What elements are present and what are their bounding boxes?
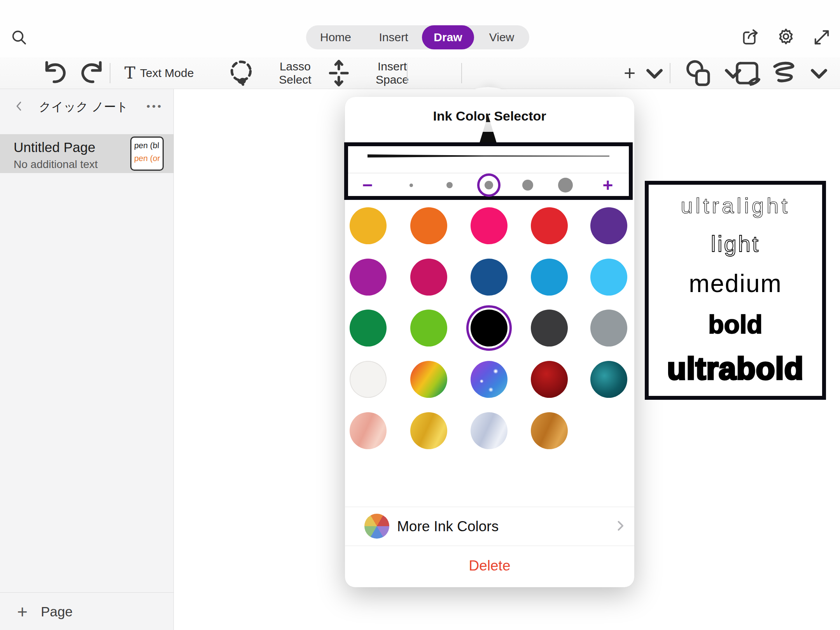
lasso-select-label: Lasso Select [276,60,315,86]
sidebar-divider [0,592,174,593]
popup-divider [345,546,634,546]
text-mode-label: Text Mode [140,66,194,80]
draw-toolbar: T Text Mode Lasso Select Insert Space [0,57,840,89]
ink-swatch-white[interactable] [350,361,387,398]
decrease-thickness-button[interactable]: − [357,175,378,195]
ink-swatch-dark-gray[interactable] [531,310,568,346]
more-ink-colors-label: More Ink Colors [397,518,499,535]
more-options-button[interactable]: ••• [142,98,167,114]
share-icon [740,27,761,47]
delete-button[interactable]: Delete [345,555,634,577]
page-thumbnail: pen (bl pen (or [130,136,164,171]
chevron-left-icon [13,98,25,115]
sample-line-bold: bold [708,312,762,337]
ink-swatch-raspberry[interactable] [410,259,447,296]
expand-icon [812,27,832,47]
page-list-item-selected[interactable]: Untitled Page No additional text pen (bl… [0,134,174,173]
page-list-sidebar: クイック ノート ••• Untitled Page No additional… [0,89,174,630]
undo-button[interactable] [40,57,72,89]
ink-swatch-gold[interactable] [350,207,387,244]
ink-swatch-orange[interactable] [410,207,447,244]
sample-line-ultralight: ultralight [681,195,790,217]
sample-line-medium: medium [689,271,782,296]
lasso-select-button[interactable]: Lasso Select [211,57,315,89]
ink-swatch-rainbow-glitter[interactable] [410,361,447,398]
fullscreen-button[interactable] [812,27,832,47]
ink-swatch-red[interactable] [531,207,568,244]
settings-button[interactable] [776,27,796,47]
shapes-icon [683,57,715,89]
thickness-dot-2[interactable] [446,182,453,188]
thickness-selector-panel: − + [344,142,633,200]
lasso-icon [211,57,271,89]
ink-swatch-gray[interactable] [590,310,627,346]
sample-line-light: light [711,233,760,255]
thumbnail-line: pen (or [134,152,163,165]
plus-icon: + [17,603,28,621]
ink-swatch-magenta[interactable] [350,259,387,296]
back-button[interactable] [13,98,25,115]
ink-swatch-bronze[interactable] [531,412,568,449]
tab-view[interactable]: View [474,25,529,49]
ink-swatch-purple[interactable] [590,207,627,244]
ink-swatch-lime[interactable] [410,310,447,346]
insert-space-icon [309,57,369,89]
notebook-title: クイック ノート [27,99,140,115]
add-pen-button[interactable]: + [624,57,670,89]
toolbar-divider [407,63,408,83]
toolbar-divider [461,63,462,83]
search-button[interactable] [10,28,28,47]
plus-icon: + [624,63,635,83]
page-subtitle: No additional text [14,158,98,171]
tab-home[interactable]: Home [306,25,365,49]
ink-swatch-gold-shimmer[interactable] [410,412,447,449]
ink-swatch-rose-gold[interactable] [350,412,387,449]
undo-icon [40,57,72,89]
page-title: Untitled Page [14,140,95,155]
thickness-dot-4[interactable] [522,180,533,191]
ink-swatch-azure[interactable] [531,259,568,296]
sample-line-ultrabold: ultrabold [667,353,803,384]
ink-swatch-teal-marble[interactable] [590,361,627,398]
handwriting-sample-box: ultralight light medium bold ultrabold [645,181,826,400]
ink-swatch-black-selected[interactable] [471,310,508,346]
add-page-label: Page [41,604,73,620]
ink-swatch-green[interactable] [350,310,387,346]
top-bar: Home Insert Draw View [0,0,840,57]
tab-insert[interactable]: Insert [365,25,422,49]
scribble-icon [768,57,800,89]
thickness-dot-1[interactable] [410,184,413,187]
text-mode-button[interactable]: T Text Mode [124,57,194,89]
thickness-dot-5[interactable] [558,178,573,192]
ink-to-text-button[interactable] [731,57,763,89]
ink-swatch-silver[interactable] [471,412,508,449]
share-button[interactable] [740,27,761,47]
add-page-button[interactable]: + Page [0,599,174,624]
search-icon [10,28,28,47]
chevron-right-icon [613,519,627,533]
onenote-app: Home Insert Draw View [0,0,840,630]
gear-icon [776,27,796,47]
toolbar-divider [670,63,670,83]
redo-button[interactable] [75,57,107,89]
ink-swatch-garnet[interactable] [531,361,568,398]
tab-draw[interactable]: Draw [422,25,474,49]
toolbar-divider [110,63,110,83]
insert-space-button[interactable]: Insert Space [309,57,411,89]
ink-to-text-icon [731,57,763,89]
chevron-down-icon [639,57,670,89]
increase-thickness-button[interactable]: + [597,175,619,195]
ink-swatch-galaxy[interactable] [471,361,508,398]
color-wheel-icon [364,514,389,539]
more-ink-colors-button[interactable]: More Ink Colors [345,507,634,546]
ribbon-tabs: Home Insert Draw View [306,25,529,49]
ink-swatch-navy[interactable] [471,259,508,296]
chevron-down-icon [803,57,835,89]
stroke-thickness-preview [368,152,609,160]
sidebar-header: クイック ノート ••• [0,96,174,118]
ellipsis-icon: ••• [147,100,163,112]
ink-swatch-pink[interactable] [471,207,508,244]
ink-swatch-sky-blue[interactable] [590,259,627,296]
selected-thickness-ring [477,173,500,197]
ink-effects-button[interactable] [768,57,835,89]
